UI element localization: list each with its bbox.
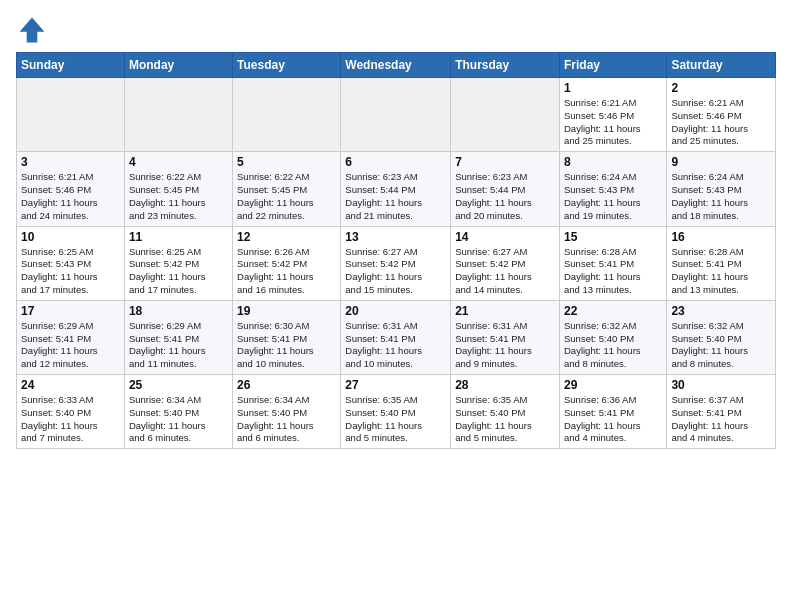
calendar-cell: 23Sunrise: 6:32 AM Sunset: 5:40 PM Dayli… [667,300,776,374]
day-number: 7 [455,155,555,169]
day-info: Sunrise: 6:24 AM Sunset: 5:43 PM Dayligh… [671,171,771,222]
calendar-cell: 22Sunrise: 6:32 AM Sunset: 5:40 PM Dayli… [559,300,666,374]
day-info: Sunrise: 6:36 AM Sunset: 5:41 PM Dayligh… [564,394,662,445]
day-number: 16 [671,230,771,244]
day-info: Sunrise: 6:35 AM Sunset: 5:40 PM Dayligh… [345,394,446,445]
calendar-cell: 19Sunrise: 6:30 AM Sunset: 5:41 PM Dayli… [233,300,341,374]
calendar-cell: 26Sunrise: 6:34 AM Sunset: 5:40 PM Dayli… [233,375,341,449]
day-number: 27 [345,378,446,392]
day-info: Sunrise: 6:34 AM Sunset: 5:40 PM Dayligh… [237,394,336,445]
day-number: 28 [455,378,555,392]
day-info: Sunrise: 6:25 AM Sunset: 5:43 PM Dayligh… [21,246,120,297]
calendar-cell: 24Sunrise: 6:33 AM Sunset: 5:40 PM Dayli… [17,375,125,449]
calendar-cell: 16Sunrise: 6:28 AM Sunset: 5:41 PM Dayli… [667,226,776,300]
calendar-week-5: 24Sunrise: 6:33 AM Sunset: 5:40 PM Dayli… [17,375,776,449]
calendar-cell: 27Sunrise: 6:35 AM Sunset: 5:40 PM Dayli… [341,375,451,449]
calendar-cell: 12Sunrise: 6:26 AM Sunset: 5:42 PM Dayli… [233,226,341,300]
calendar-table: SundayMondayTuesdayWednesdayThursdayFrid… [16,52,776,449]
weekday-header-sunday: Sunday [17,53,125,78]
weekday-header-thursday: Thursday [451,53,560,78]
weekday-header-monday: Monday [124,53,232,78]
day-number: 3 [21,155,120,169]
calendar-cell [233,78,341,152]
calendar-cell: 8Sunrise: 6:24 AM Sunset: 5:43 PM Daylig… [559,152,666,226]
day-info: Sunrise: 6:30 AM Sunset: 5:41 PM Dayligh… [237,320,336,371]
weekday-header-friday: Friday [559,53,666,78]
day-info: Sunrise: 6:28 AM Sunset: 5:41 PM Dayligh… [671,246,771,297]
logo-icon [16,14,48,46]
day-number: 29 [564,378,662,392]
day-info: Sunrise: 6:22 AM Sunset: 5:45 PM Dayligh… [129,171,228,222]
calendar-cell: 2Sunrise: 6:21 AM Sunset: 5:46 PM Daylig… [667,78,776,152]
calendar-week-2: 3Sunrise: 6:21 AM Sunset: 5:46 PM Daylig… [17,152,776,226]
day-number: 18 [129,304,228,318]
calendar-cell: 6Sunrise: 6:23 AM Sunset: 5:44 PM Daylig… [341,152,451,226]
day-number: 14 [455,230,555,244]
calendar-header-row: SundayMondayTuesdayWednesdayThursdayFrid… [17,53,776,78]
calendar-cell [451,78,560,152]
day-info: Sunrise: 6:21 AM Sunset: 5:46 PM Dayligh… [21,171,120,222]
calendar-week-1: 1Sunrise: 6:21 AM Sunset: 5:46 PM Daylig… [17,78,776,152]
calendar-cell: 7Sunrise: 6:23 AM Sunset: 5:44 PM Daylig… [451,152,560,226]
day-info: Sunrise: 6:37 AM Sunset: 5:41 PM Dayligh… [671,394,771,445]
day-number: 12 [237,230,336,244]
weekday-header-wednesday: Wednesday [341,53,451,78]
day-number: 13 [345,230,446,244]
calendar-cell: 5Sunrise: 6:22 AM Sunset: 5:45 PM Daylig… [233,152,341,226]
day-number: 21 [455,304,555,318]
weekday-header-saturday: Saturday [667,53,776,78]
page: SundayMondayTuesdayWednesdayThursdayFrid… [0,0,792,612]
day-number: 20 [345,304,446,318]
calendar-cell: 15Sunrise: 6:28 AM Sunset: 5:41 PM Dayli… [559,226,666,300]
day-info: Sunrise: 6:25 AM Sunset: 5:42 PM Dayligh… [129,246,228,297]
day-info: Sunrise: 6:24 AM Sunset: 5:43 PM Dayligh… [564,171,662,222]
day-number: 1 [564,81,662,95]
calendar-cell: 4Sunrise: 6:22 AM Sunset: 5:45 PM Daylig… [124,152,232,226]
day-info: Sunrise: 6:31 AM Sunset: 5:41 PM Dayligh… [345,320,446,371]
calendar-cell: 3Sunrise: 6:21 AM Sunset: 5:46 PM Daylig… [17,152,125,226]
day-info: Sunrise: 6:23 AM Sunset: 5:44 PM Dayligh… [345,171,446,222]
calendar-cell: 21Sunrise: 6:31 AM Sunset: 5:41 PM Dayli… [451,300,560,374]
weekday-header-tuesday: Tuesday [233,53,341,78]
day-number: 6 [345,155,446,169]
day-info: Sunrise: 6:27 AM Sunset: 5:42 PM Dayligh… [345,246,446,297]
calendar-cell: 9Sunrise: 6:24 AM Sunset: 5:43 PM Daylig… [667,152,776,226]
day-number: 22 [564,304,662,318]
day-info: Sunrise: 6:26 AM Sunset: 5:42 PM Dayligh… [237,246,336,297]
day-info: Sunrise: 6:32 AM Sunset: 5:40 PM Dayligh… [564,320,662,371]
calendar-cell: 10Sunrise: 6:25 AM Sunset: 5:43 PM Dayli… [17,226,125,300]
day-info: Sunrise: 6:21 AM Sunset: 5:46 PM Dayligh… [564,97,662,148]
day-number: 15 [564,230,662,244]
day-info: Sunrise: 6:23 AM Sunset: 5:44 PM Dayligh… [455,171,555,222]
calendar-cell: 1Sunrise: 6:21 AM Sunset: 5:46 PM Daylig… [559,78,666,152]
calendar-cell [17,78,125,152]
calendar-cell: 20Sunrise: 6:31 AM Sunset: 5:41 PM Dayli… [341,300,451,374]
day-info: Sunrise: 6:22 AM Sunset: 5:45 PM Dayligh… [237,171,336,222]
day-info: Sunrise: 6:29 AM Sunset: 5:41 PM Dayligh… [129,320,228,371]
day-number: 5 [237,155,336,169]
calendar-cell: 14Sunrise: 6:27 AM Sunset: 5:42 PM Dayli… [451,226,560,300]
day-info: Sunrise: 6:29 AM Sunset: 5:41 PM Dayligh… [21,320,120,371]
day-number: 23 [671,304,771,318]
day-info: Sunrise: 6:35 AM Sunset: 5:40 PM Dayligh… [455,394,555,445]
day-number: 2 [671,81,771,95]
calendar-cell: 28Sunrise: 6:35 AM Sunset: 5:40 PM Dayli… [451,375,560,449]
day-info: Sunrise: 6:34 AM Sunset: 5:40 PM Dayligh… [129,394,228,445]
calendar-cell: 18Sunrise: 6:29 AM Sunset: 5:41 PM Dayli… [124,300,232,374]
header [16,10,776,46]
day-number: 30 [671,378,771,392]
day-number: 8 [564,155,662,169]
day-info: Sunrise: 6:21 AM Sunset: 5:46 PM Dayligh… [671,97,771,148]
day-info: Sunrise: 6:31 AM Sunset: 5:41 PM Dayligh… [455,320,555,371]
calendar-week-3: 10Sunrise: 6:25 AM Sunset: 5:43 PM Dayli… [17,226,776,300]
day-number: 17 [21,304,120,318]
calendar-cell [341,78,451,152]
calendar-cell: 25Sunrise: 6:34 AM Sunset: 5:40 PM Dayli… [124,375,232,449]
calendar-cell [124,78,232,152]
day-number: 24 [21,378,120,392]
day-info: Sunrise: 6:27 AM Sunset: 5:42 PM Dayligh… [455,246,555,297]
calendar-cell: 30Sunrise: 6:37 AM Sunset: 5:41 PM Dayli… [667,375,776,449]
day-number: 25 [129,378,228,392]
day-info: Sunrise: 6:33 AM Sunset: 5:40 PM Dayligh… [21,394,120,445]
day-number: 4 [129,155,228,169]
